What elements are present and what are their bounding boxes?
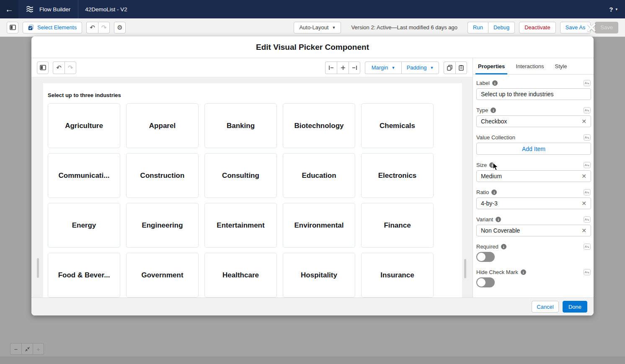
- industry-card[interactable]: Apparel: [126, 103, 199, 148]
- field-type: Type i A Checkbox ✕: [476, 107, 591, 127]
- gear-icon: ⚙: [117, 24, 122, 31]
- add-item-button[interactable]: Add Item: [476, 143, 591, 155]
- clear-icon[interactable]: ✕: [581, 118, 586, 125]
- info-icon[interactable]: i: [521, 269, 526, 275]
- undo-icon: ↶: [56, 64, 62, 71]
- app-name: Flow Builder: [39, 6, 70, 13]
- modal-close-button[interactable]: ✕: [584, 19, 599, 36]
- panel-tabs: Properties Interactions Style: [473, 58, 594, 74]
- toggle-toolbox-button[interactable]: [7, 22, 18, 33]
- hide-check-mark-toggle[interactable]: [476, 277, 495, 287]
- help-caret-icon[interactable]: ▾: [615, 7, 617, 11]
- run-button[interactable]: Run: [467, 22, 488, 33]
- margin-dropdown[interactable]: Margin ▼: [365, 62, 401, 74]
- redo-icon: ↷: [68, 64, 73, 71]
- resource-toggle-button[interactable]: A: [584, 216, 591, 223]
- flow-settings-button[interactable]: ⚙: [114, 22, 126, 33]
- clear-icon[interactable]: ✕: [581, 200, 586, 207]
- paste-button[interactable]: [455, 62, 467, 74]
- toggle-components-pane-button[interactable]: [37, 62, 49, 74]
- info-icon[interactable]: i: [501, 244, 506, 249]
- industry-card[interactable]: Biotechnology: [283, 103, 355, 148]
- tab-style[interactable]: Style: [555, 58, 567, 74]
- align-left-button[interactable]: [325, 62, 337, 74]
- help-button[interactable]: ?: [609, 6, 613, 13]
- industry-card[interactable]: Healthcare: [204, 253, 277, 297]
- align-center-button[interactable]: [337, 62, 349, 74]
- industry-card[interactable]: Food & Bever...: [48, 253, 120, 297]
- industry-card[interactable]: Consulting: [204, 153, 277, 198]
- resource-toggle-button[interactable]: A: [584, 107, 591, 113]
- chevron-down-icon: ▼: [332, 26, 336, 30]
- industry-card[interactable]: Electronics: [361, 153, 434, 198]
- navbar-divider: [78, 0, 78, 18]
- industry-card[interactable]: Banking: [204, 103, 277, 148]
- align-right-button[interactable]: [349, 62, 360, 74]
- industry-card[interactable]: Education: [283, 153, 355, 198]
- industry-card[interactable]: Environmental: [283, 203, 355, 248]
- modal-header: Edit Visual Picker Component: [31, 36, 594, 58]
- padding-dropdown[interactable]: Padding ▼: [401, 62, 439, 74]
- auto-layout-dropdown[interactable]: Auto-Layout ▼: [294, 22, 341, 33]
- resource-toggle-button[interactable]: A: [584, 269, 591, 275]
- variant-combobox[interactable]: Non Coverable ✕: [476, 225, 591, 236]
- right-scrollbar-thumb[interactable]: [464, 259, 466, 278]
- info-icon[interactable]: i: [491, 108, 496, 113]
- size-combobox[interactable]: Medium ✕: [476, 170, 591, 182]
- deactivate-button[interactable]: Deactivate: [519, 22, 555, 33]
- required-toggle[interactable]: [476, 252, 495, 262]
- industry-card[interactable]: Communicati...: [48, 153, 120, 198]
- info-icon[interactable]: i: [491, 190, 497, 195]
- resource-toggle-button[interactable]: A: [584, 189, 591, 195]
- resource-toggle-button[interactable]: A: [584, 80, 591, 86]
- cancel-button[interactable]: Cancel: [532, 301, 559, 313]
- mouse-cursor: [493, 162, 499, 171]
- industry-card[interactable]: Hospitality: [283, 253, 355, 297]
- back-button[interactable]: ←: [0, 0, 18, 18]
- resource-toggle-button[interactable]: A: [584, 162, 591, 168]
- toggle-knob: [477, 253, 486, 261]
- tab-properties[interactable]: Properties: [478, 58, 505, 74]
- redo-button[interactable]: ↷: [98, 22, 110, 33]
- type-combobox[interactable]: Checkbox ✕: [476, 115, 591, 127]
- zoom-fit-button[interactable]: [21, 343, 33, 355]
- zoom-in-button[interactable]: +: [33, 343, 44, 355]
- tab-interactions[interactable]: Interactions: [516, 58, 544, 74]
- industry-card[interactable]: Government: [126, 253, 199, 297]
- editor-redo-button[interactable]: ↷: [65, 62, 76, 74]
- undo-button[interactable]: ↶: [86, 22, 98, 33]
- screen-preview[interactable]: Select up to three industries Agricultur…: [43, 83, 462, 297]
- industry-card[interactable]: Agriculture: [48, 103, 120, 148]
- info-icon[interactable]: i: [492, 80, 498, 86]
- industry-card[interactable]: Construction: [126, 153, 199, 198]
- industry-card[interactable]: Chemicals: [361, 103, 434, 148]
- label-input[interactable]: [476, 88, 591, 100]
- clear-icon[interactable]: ✕: [581, 173, 586, 179]
- debug-button[interactable]: Debug: [488, 22, 515, 33]
- resource-toggle-button[interactable]: A: [584, 134, 591, 141]
- panel-toggle-icon: [10, 25, 16, 30]
- industry-card[interactable]: Engineering: [126, 203, 199, 248]
- industry-card[interactable]: Entertainment: [204, 203, 277, 248]
- info-icon[interactable]: i: [496, 217, 501, 222]
- resource-toggle-button[interactable]: A: [584, 244, 591, 250]
- select-elements-button[interactable]: Select Elements: [23, 22, 82, 33]
- editor-undo-button[interactable]: ↶: [53, 62, 65, 74]
- industry-card[interactable]: Finance: [361, 203, 434, 248]
- field-required: Required i A: [476, 244, 591, 262]
- copy-button[interactable]: [444, 62, 455, 74]
- field-variant: Variant i A Non Coverable ✕: [476, 216, 591, 236]
- industry-card[interactable]: Insurance: [361, 253, 434, 297]
- clear-icon[interactable]: ✕: [581, 227, 586, 234]
- zoom-out-button[interactable]: −: [10, 343, 21, 355]
- left-scrollbar-thumb[interactable]: [37, 258, 39, 278]
- field-hide-check-mark: Hide Check Mark i A: [476, 269, 591, 287]
- industry-card[interactable]: Energy: [48, 203, 120, 248]
- ratio-combobox[interactable]: 4-by-3 ✕: [476, 197, 591, 209]
- version-status: Version 2: Active—Last modified 6 days a…: [351, 24, 457, 31]
- align-center-icon: [341, 65, 346, 70]
- canvas-bottom-strip: [0, 356, 625, 364]
- flow-builder-logo-icon: [24, 4, 35, 15]
- done-button[interactable]: Done: [563, 301, 587, 313]
- fit-view-icon: [25, 346, 30, 352]
